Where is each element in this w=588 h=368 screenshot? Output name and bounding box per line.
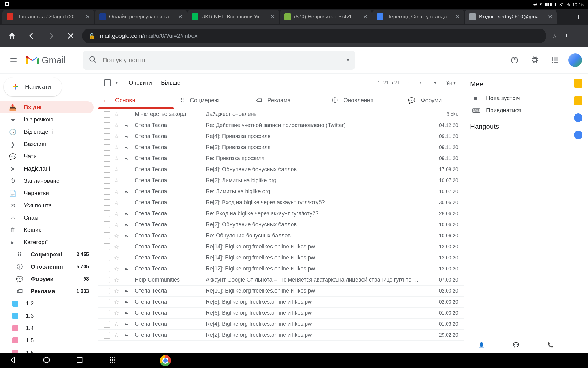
more-button[interactable]: Більше bbox=[161, 79, 181, 86]
star-button[interactable]: ☆ bbox=[113, 111, 120, 118]
star-button[interactable]: ☆ bbox=[113, 177, 120, 184]
category-3[interactable]: 🏷Реклама1 633 bbox=[0, 285, 94, 297]
mail-row-14[interactable]: ☆ Степа Тесла Re[12]: Biglike.org freeli… bbox=[98, 263, 464, 274]
category-2[interactable]: 💬Форуми98 bbox=[0, 273, 94, 285]
android-back-button[interactable] bbox=[9, 356, 18, 366]
label-1.4[interactable]: 1.4 bbox=[0, 322, 94, 334]
mail-row-0[interactable]: ☆ Міністерство закорд. Дайджест оновлень… bbox=[98, 109, 464, 120]
gmail-logo[interactable]: Gmail bbox=[26, 55, 66, 65]
meet-join-button[interactable]: ⌨Приєднатися bbox=[470, 104, 562, 117]
mail-row-19[interactable]: ☆ Степа Тесла Re[4]: Biglike.org freelik… bbox=[98, 319, 464, 330]
star-button[interactable]: ☆ bbox=[113, 210, 120, 217]
browser-tab-3[interactable]: (570) Непрочитані • stv1989@ukr.net✕ bbox=[280, 10, 372, 24]
folder-inbox[interactable]: 📥Вхідні bbox=[0, 101, 94, 113]
star-button[interactable]: ☆ bbox=[113, 188, 120, 195]
mail-checkbox[interactable] bbox=[104, 299, 110, 305]
mail-checkbox[interactable] bbox=[104, 155, 110, 162]
tab-close-button[interactable]: ✕ bbox=[363, 13, 368, 20]
star-button[interactable]: ☆ bbox=[113, 144, 120, 151]
search-input[interactable] bbox=[102, 56, 341, 64]
star-button[interactable]: ☆ bbox=[113, 221, 120, 228]
mail-list[interactable]: ☆ Міністерство закорд. Дайджест оновлень… bbox=[98, 109, 464, 353]
density-button[interactable]: ≡▾ bbox=[429, 78, 438, 88]
address-bar[interactable]: 🔒 mail.google.com/mail/u/0/?ui=2#inbox bbox=[82, 29, 546, 43]
mail-checkbox[interactable] bbox=[104, 255, 110, 261]
mail-tab-4[interactable]: 💬Форуми bbox=[402, 92, 464, 109]
mail-row-12[interactable]: ☆ Степа Тесла Re[14]: Biglike.org freeli… bbox=[98, 241, 464, 252]
star-button[interactable]: ☆ bbox=[113, 299, 120, 305]
stop-button[interactable] bbox=[62, 28, 79, 44]
mail-row-4[interactable]: ☆ Степа Тесла Re: Привязка профиля 09.11… bbox=[98, 153, 464, 164]
select-all-checkbox[interactable] bbox=[104, 79, 111, 86]
search-icon[interactable] bbox=[89, 56, 97, 65]
tab-close-button[interactable]: ✕ bbox=[270, 13, 275, 20]
hangouts-contacts-button[interactable]: 👤 bbox=[478, 342, 484, 348]
star-button[interactable]: ☆ bbox=[113, 166, 120, 173]
mail-row-15[interactable]: ☆ Help Communities Аккаунт Google Спільн… bbox=[98, 274, 464, 286]
mail-row-13[interactable]: ☆ Степа Тесла Re[14]: Biglike.org freeli… bbox=[98, 252, 464, 263]
star-button[interactable]: ☆ bbox=[113, 243, 120, 250]
support-button[interactable] bbox=[508, 53, 521, 67]
mail-checkbox[interactable] bbox=[104, 133, 110, 140]
category-0[interactable]: ⠿Соцмережі2 455 bbox=[0, 248, 94, 261]
label-1.3[interactable]: 1.3 bbox=[0, 310, 94, 322]
folder-scheduled[interactable]: ⏱Заплановано bbox=[0, 175, 94, 187]
new-tab-button[interactable]: + bbox=[571, 12, 586, 22]
mail-checkbox[interactable] bbox=[104, 199, 110, 206]
hangouts-conversations-button[interactable]: 💬 bbox=[513, 342, 519, 348]
mail-row-9[interactable]: ☆ Степа Тесла Re: Вход на biglike через … bbox=[98, 208, 464, 219]
folder-categories[interactable]: ▸Категорії bbox=[0, 236, 94, 248]
mail-tab-1[interactable]: ⠿Соцмережі bbox=[174, 92, 250, 109]
label-1.2[interactable]: 1.2 bbox=[0, 297, 94, 310]
hangouts-phone-button[interactable]: 📞 bbox=[548, 342, 554, 348]
mail-row-17[interactable]: ☆ Степа Тесла Re[8]: Biglike.org freelik… bbox=[98, 297, 464, 308]
mail-checkbox[interactable] bbox=[104, 144, 110, 151]
mail-tab-2[interactable]: 🏷Реклама bbox=[250, 92, 326, 109]
apps-button[interactable] bbox=[548, 53, 562, 67]
tab-close-button[interactable]: ✕ bbox=[455, 13, 460, 20]
mail-row-16[interactable]: ☆ Степа Тесла Re[10]: Biglike.org freeli… bbox=[98, 286, 464, 297]
browser-tab-2[interactable]: UKR.NET: Всі новини України, остан✕ bbox=[187, 10, 279, 24]
star-button[interactable]: ☆ bbox=[113, 277, 120, 283]
select-dropdown[interactable]: ▾ bbox=[114, 81, 119, 85]
star-button[interactable]: ☆ bbox=[113, 310, 120, 316]
category-1[interactable]: ⓘОновлення5 705 bbox=[0, 261, 94, 273]
mail-row-1[interactable]: ☆ Степа Тесла Re: Действие учетной запис… bbox=[98, 120, 464, 131]
calendar-app-icon[interactable] bbox=[574, 79, 582, 88]
star-button[interactable]: ☆ bbox=[113, 122, 120, 129]
mail-tab-3[interactable]: ⓘОновлення bbox=[326, 92, 402, 109]
mail-checkbox[interactable] bbox=[104, 321, 110, 328]
home-button[interactable] bbox=[4, 28, 20, 44]
star-button[interactable]: ☆ bbox=[113, 255, 120, 261]
mail-tab-0[interactable]: ▭Основні bbox=[98, 92, 174, 109]
mail-checkbox[interactable] bbox=[104, 232, 110, 239]
keep-app-icon[interactable] bbox=[574, 96, 582, 105]
folder-allmail[interactable]: ✉Уся пошта bbox=[0, 199, 94, 212]
refresh-button[interactable]: Оновити bbox=[129, 79, 152, 86]
star-button[interactable]: ☆ bbox=[113, 232, 120, 239]
star-button[interactable]: ☆ bbox=[113, 288, 120, 294]
tab-close-button[interactable]: ✕ bbox=[85, 13, 90, 20]
back-button[interactable] bbox=[23, 28, 40, 44]
folder-star[interactable]: ★Із зірочкою bbox=[0, 113, 94, 126]
android-apps-button[interactable] bbox=[108, 356, 117, 366]
main-menu-button[interactable] bbox=[6, 53, 21, 67]
tab-close-button[interactable]: ✕ bbox=[548, 13, 552, 20]
android-recents-button[interactable] bbox=[75, 356, 84, 366]
tasks-app-icon[interactable] bbox=[574, 113, 582, 122]
browser-tab-4[interactable]: Перегляд Gmail у стандартній або б✕ bbox=[372, 10, 464, 24]
star-button[interactable]: ☆ bbox=[113, 155, 120, 162]
mail-row-20[interactable]: ☆ Степа Тесла Re[2]: Biglike.org freelik… bbox=[98, 330, 464, 341]
browser-menu-button[interactable]: ⋮ bbox=[576, 33, 581, 39]
browser-tab-5[interactable]: Вхідні - sedoy0610@gmail.com - Gm…✕ bbox=[465, 10, 557, 24]
mail-row-6[interactable]: ☆ Степа Тесла Re[2]: Лимиты на biglike.o… bbox=[98, 175, 464, 186]
compose-button[interactable]: Написати bbox=[4, 77, 62, 96]
mail-checkbox[interactable] bbox=[104, 310, 110, 316]
android-home-button[interactable] bbox=[42, 356, 51, 366]
mail-checkbox[interactable] bbox=[104, 288, 110, 294]
mail-row-10[interactable]: ☆ Степа Тесла Re[2]: Обнуление бонусных … bbox=[98, 219, 464, 230]
folder-spam[interactable]: ⚠Спам bbox=[0, 212, 94, 224]
folder-snooze[interactable]: 🕓Відкладені bbox=[0, 126, 94, 138]
mail-checkbox[interactable] bbox=[104, 210, 110, 217]
mail-checkbox[interactable] bbox=[104, 243, 110, 250]
